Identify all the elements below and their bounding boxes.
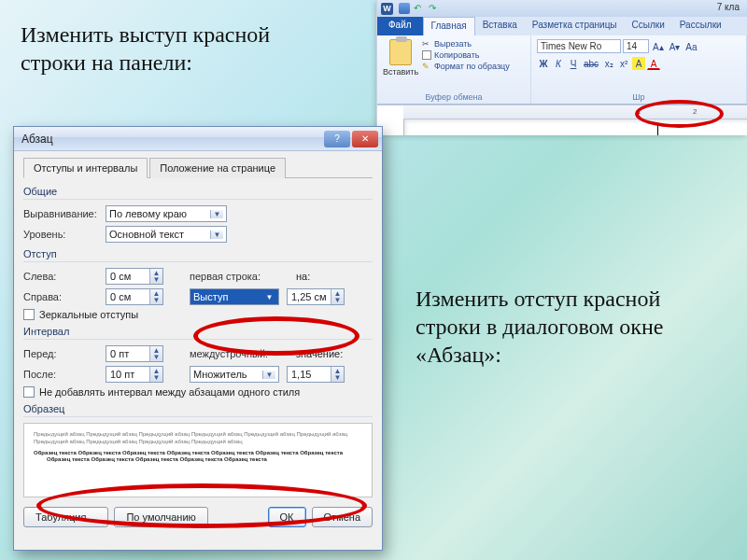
spinner-arrows-icon: ▲▼ (331, 367, 344, 382)
line-spacing-at-label: значение: (296, 348, 343, 359)
space-after-label: После: (23, 369, 106, 380)
word-titlebar: W ↶ ↷ 7 кла (377, 0, 747, 17)
ok-button[interactable]: ОК (268, 507, 306, 527)
undo-icon[interactable]: ↶ (414, 3, 425, 14)
line-spacing-at-spinner[interactable]: 1,15▲▼ (287, 366, 345, 383)
group-indent: Отступ (23, 248, 373, 262)
tab-insert[interactable]: Вставка (475, 17, 525, 35)
cancel-button[interactable]: Отмена (312, 507, 373, 527)
brush-icon: ✎ (422, 62, 431, 71)
strike-icon[interactable]: abc (582, 57, 600, 70)
dialog-titlebar: Абзац ? ✕ (14, 127, 382, 151)
chevron-down-icon: ▼ (210, 231, 223, 239)
italic-icon[interactable]: К (552, 57, 565, 70)
space-before-spinner[interactable]: 0 пт▲▼ (106, 345, 163, 362)
spinner-arrows-icon: ▲▼ (149, 367, 162, 382)
indent-left-label: Слева: (23, 271, 106, 282)
group-clipboard-label: Буфер обмена (377, 92, 530, 102)
format-painter-button[interactable]: ✎Формат по образцу (422, 62, 510, 71)
tab-indents-spacing[interactable]: Отступы и интервалы (23, 158, 148, 178)
horizontal-ruler[interactable]: 1 2 (403, 105, 747, 119)
tab-references[interactable]: Ссылки (625, 17, 672, 35)
superscript-icon[interactable]: x² (617, 57, 630, 70)
tab-mailings[interactable]: Рассылки (672, 17, 729, 35)
quick-access-toolbar: ↶ ↷ (399, 3, 440, 14)
mirror-indents-checkbox[interactable] (23, 309, 35, 320)
space-before-label: Перед: (23, 348, 106, 359)
no-space-same-style-checkbox[interactable] (23, 386, 35, 398)
document-page (403, 119, 747, 135)
save-icon[interactable] (399, 3, 410, 14)
bold-icon[interactable]: Ж (537, 57, 550, 70)
first-line-label: первая строка: (190, 271, 281, 282)
indent-left-spinner[interactable]: 0 см▲▼ (106, 268, 163, 285)
line-spacing-label: междустрочный: (190, 348, 281, 359)
outline-level-label: Уровень: (23, 229, 106, 240)
change-case-icon[interactable]: Aa (684, 40, 698, 53)
by-label: на: (296, 271, 310, 282)
subscript-icon[interactable]: x₂ (602, 57, 615, 70)
spinner-arrows-icon: ▲▼ (149, 269, 162, 284)
tab-page-layout[interactable]: Разметка страницы (525, 17, 625, 35)
first-line-select[interactable]: Выступ▼ (190, 288, 279, 305)
group-general: Общие (23, 186, 373, 200)
tab-home[interactable]: Главная (423, 17, 475, 35)
caption-change-on-ruler: Изменить выступ красной строки на панели… (21, 21, 329, 77)
grow-font-icon[interactable]: A▴ (651, 40, 666, 53)
mirror-indents-label: Зеркальные отступы (39, 309, 138, 320)
close-button[interactable]: ✕ (352, 131, 378, 147)
ribbon-tabstrip: Файл Главная Вставка Разметка страницы С… (377, 17, 747, 35)
help-button[interactable]: ? (324, 131, 350, 147)
indent-right-spinner[interactable]: 0 см▲▼ (106, 288, 163, 305)
preview-box: Предыдущий абзац Предыдущий абзац Предыд… (23, 423, 373, 497)
copy-button[interactable]: Копировать (422, 50, 510, 60)
tab-file[interactable]: Файл (377, 17, 423, 35)
ruler-area: 1 2 (377, 105, 747, 135)
chevron-down-icon: ▼ (262, 371, 275, 379)
spinner-arrows-icon: ▲▼ (149, 346, 162, 361)
shrink-font-icon[interactable]: A▾ (668, 40, 683, 53)
first-line-by-spinner[interactable]: 1,25 см▲▼ (287, 288, 345, 305)
text-cursor (657, 124, 658, 135)
font-name-select[interactable]: Times New Ro (537, 39, 621, 53)
ribbon-body: Вставить ✂Вырезать Копировать ✎Формат по… (377, 35, 747, 105)
group-spacing: Интервал (23, 326, 373, 340)
paste-label: Вставить (383, 67, 418, 77)
font-color-icon[interactable]: A (647, 57, 660, 70)
ruler-mark-1: 1 (637, 107, 641, 116)
set-default-button[interactable]: По умолчанию (114, 507, 207, 527)
copy-icon (422, 50, 431, 60)
space-after-spinner[interactable]: 10 пт▲▼ (106, 366, 163, 383)
chevron-down-icon: ▼ (262, 293, 275, 301)
no-space-same-style-label: Не добавлять интервал между абзацами одн… (39, 386, 300, 398)
spinner-arrows-icon: ▲▼ (149, 289, 162, 304)
cut-button[interactable]: ✂Вырезать (422, 39, 510, 49)
outline-level-select[interactable]: Основной текст▼ (106, 226, 227, 243)
redo-icon[interactable]: ↷ (429, 3, 440, 14)
tab-line-page-breaks[interactable]: Положение на странице (149, 158, 286, 178)
font-size-select[interactable]: 14 (623, 39, 649, 53)
group-sample: Образец (23, 403, 373, 417)
spinner-arrows-icon: ▲▼ (331, 289, 344, 304)
highlight-icon[interactable]: A (632, 57, 645, 70)
caption-change-in-dialog: Изменить отступ красной строки в диалого… (416, 285, 705, 369)
alignment-label: Выравнивание: (23, 208, 106, 219)
preview-sample-paragraph: Образец текста Образец текста Образец те… (34, 450, 362, 465)
clipboard-icon (389, 39, 412, 65)
scissors-icon: ✂ (422, 39, 431, 49)
preview-prev-paragraph: Предыдущий абзац Предыдущий абзац Предыд… (34, 431, 362, 446)
chevron-down-icon: ▼ (210, 210, 223, 218)
paragraph-dialog: Абзац ? ✕ Отступы и интервалы Положение … (13, 126, 383, 551)
tabs-button[interactable]: Табуляция… (23, 507, 108, 527)
word-ribbon-snippet: W ↶ ↷ 7 кла Файл Главная Вставка Разметк… (376, 0, 747, 135)
word-app-icon: W (381, 3, 393, 15)
alignment-select[interactable]: По левому краю▼ (106, 205, 227, 222)
indent-right-label: Справа: (23, 291, 106, 302)
dialog-tabstrip: Отступы и интервалы Положение на страниц… (23, 157, 373, 178)
document-title: 7 кла (717, 2, 740, 12)
ruler-mark-2: 2 (693, 107, 697, 116)
group-font-label: Шр (531, 92, 746, 102)
line-spacing-select[interactable]: Множитель▼ (190, 366, 279, 383)
dialog-title: Абзац (21, 133, 322, 146)
underline-icon[interactable]: Ч (567, 57, 580, 70)
